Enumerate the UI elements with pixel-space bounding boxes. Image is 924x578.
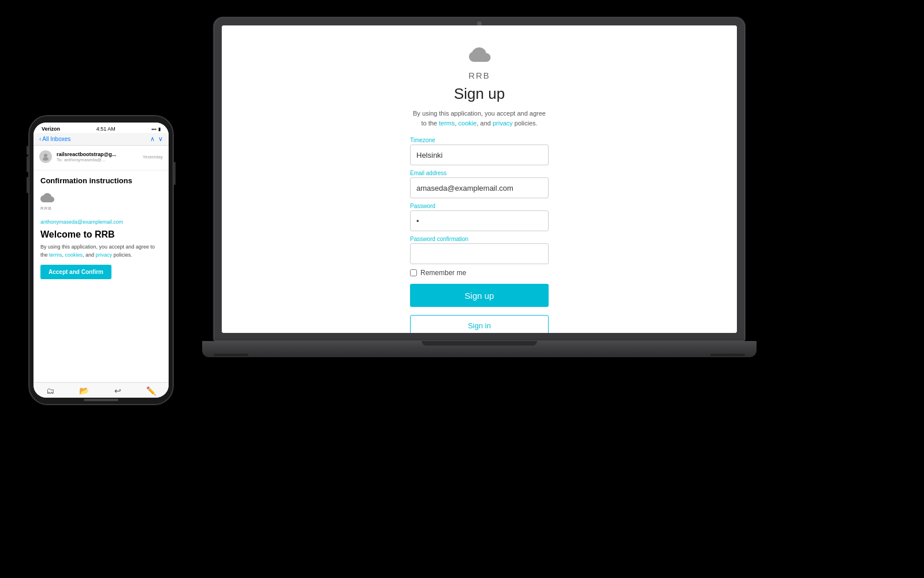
signin-button[interactable]: Sign in (410, 315, 549, 333)
next-message-icon[interactable]: ∨ (158, 135, 163, 143)
terms-link[interactable]: terms (439, 120, 455, 127)
accept-confirm-button[interactable]: Accept and Confirm (40, 265, 111, 279)
laptop-screen: RRB Sign up By using this application, y… (222, 25, 737, 333)
sender-avatar (39, 150, 52, 163)
signup-form: Timezone Email address Password Password… (410, 137, 549, 333)
email-meta: railsreactbootstrap@g... To: anthonymase… (57, 151, 138, 162)
prev-message-icon[interactable]: ∧ (150, 135, 155, 143)
phone-mute-btn (27, 146, 28, 155)
cookie-link[interactable]: cookie (459, 120, 477, 127)
signup-button[interactable]: Sign up (410, 284, 549, 307)
terms-link[interactable]: terms (49, 252, 62, 258)
phone-tab-bar: 🗂 📂 ↩ ✏️ (33, 382, 169, 398)
email-content: Confirmation instructions RRB anthonymas… (33, 171, 169, 382)
terms-notice: By using this application, you accept an… (410, 109, 549, 128)
remember-checkbox[interactable] (410, 269, 417, 276)
back-label: All Inboxes (42, 136, 70, 142)
laptop-base (202, 341, 757, 357)
laptop-device: RRB Sign up By using this application, y… (214, 17, 745, 376)
status-indicators: ▪▪▪ ▮ (151, 127, 161, 132)
privacy-link[interactable]: privacy (493, 120, 513, 127)
phone-power-btn (174, 162, 176, 185)
svg-point-1 (43, 157, 49, 161)
page-title: Sign up (454, 85, 505, 103)
email-to: To: anthonymaseda@... (57, 157, 138, 162)
timezone-input[interactable] (410, 144, 549, 165)
brand-name-label: RRB (468, 71, 490, 80)
privacy-link[interactable]: privacy (96, 252, 113, 258)
brand-logo (467, 43, 492, 68)
phone-vol-up-btn (27, 156, 28, 172)
email-welcome-title: Welcome to RRB (40, 229, 162, 240)
phone-body: Verizon 4:51 AM ▪▪▪ ▮ ‹ All Inboxes ∧ (29, 116, 173, 405)
tab-inbox-icon[interactable]: 🗂 (46, 386, 54, 395)
password-confirm-label: Password confirmation (410, 236, 549, 242)
laptop-foot-right (710, 354, 745, 356)
tab-compose-icon[interactable]: ✏️ (146, 386, 156, 395)
email-input[interactable] (410, 177, 549, 198)
email-subject: Confirmation instructions (40, 176, 162, 185)
back-button[interactable]: ‹ All Inboxes (39, 136, 70, 142)
email-from-link[interactable]: anthonymaseda@examplemail.com (40, 219, 123, 225)
signup-page: RRB Sign up By using this application, y… (222, 25, 737, 333)
email-list-item[interactable]: railsreactbootstrap@g... To: anthonymase… (33, 146, 169, 171)
remember-label: Remember me (420, 269, 466, 277)
password-input[interactable] (410, 210, 549, 231)
cookies-link[interactable]: cookies (65, 252, 83, 258)
laptop-foot-left (214, 354, 248, 356)
remember-row: Remember me (410, 269, 549, 277)
password-label: Password (410, 203, 549, 209)
email-date: Yesterday (143, 154, 163, 160)
home-indicator[interactable] (84, 399, 118, 401)
email-brand-row: RRB (40, 191, 162, 211)
back-chevron-icon: ‹ (39, 136, 41, 142)
phone-nav-bar: ‹ All Inboxes ∧ ∨ (33, 133, 169, 146)
email-header: railsreactbootstrap@g... To: anthonymase… (39, 150, 163, 163)
timezone-label: Timezone (410, 137, 549, 143)
svg-point-0 (44, 154, 47, 157)
battery-icon: ▮ (158, 127, 161, 132)
phone-screen: Verizon 4:51 AM ▪▪▪ ▮ ‹ All Inboxes ∧ (33, 123, 169, 398)
tab-reply-icon[interactable]: ↩ (114, 386, 121, 395)
phone-device: Verizon 4:51 AM ▪▪▪ ▮ ‹ All Inboxes ∧ (29, 116, 173, 405)
nav-arrows: ∧ ∨ (150, 135, 163, 143)
brand-cloud-icon (40, 191, 54, 205)
signal-icon: ▪▪▪ (151, 127, 157, 132)
time-label: 4:51 AM (96, 126, 116, 132)
scene: Verizon 4:51 AM ▪▪▪ ▮ ‹ All Inboxes ∧ (0, 0, 924, 578)
email-brand-name: RRB (40, 206, 52, 211)
carrier-label: Verizon (42, 126, 60, 132)
password-confirm-input[interactable] (410, 243, 549, 264)
laptop-lid: RRB Sign up By using this application, y… (214, 17, 745, 341)
email-body-text: By using this application, you accept an… (40, 243, 162, 259)
email-label: Email address (410, 170, 549, 176)
phone-status-bar: Verizon 4:51 AM ▪▪▪ ▮ (33, 123, 169, 133)
tab-folders-icon[interactable]: 📂 (79, 386, 89, 395)
phone-vol-down-btn (27, 177, 28, 193)
laptop-hinge (422, 341, 537, 346)
email-sender: railsreactbootstrap@g... (57, 151, 138, 157)
